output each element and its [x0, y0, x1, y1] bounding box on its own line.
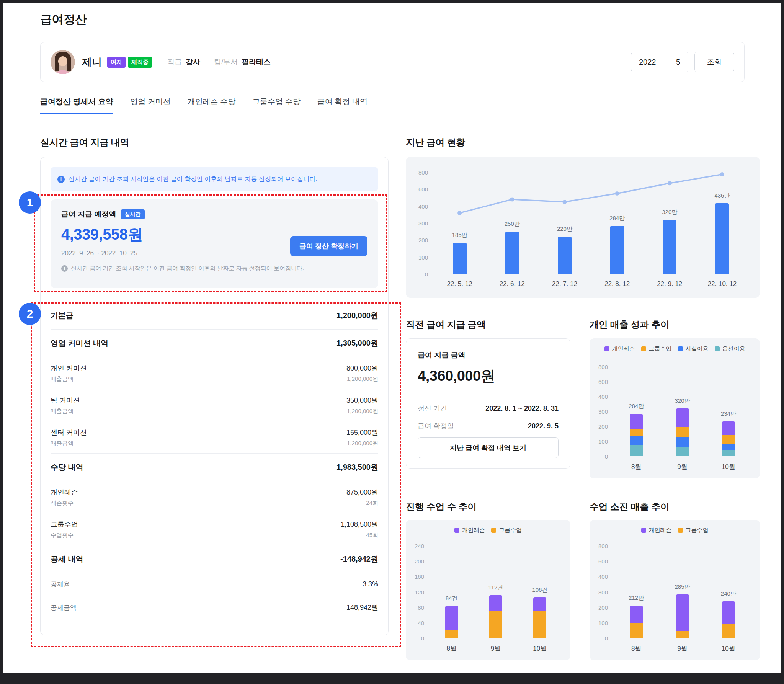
- bar-segment: [630, 429, 643, 436]
- row-value-group: 1,108,500원45회: [341, 520, 378, 539]
- page: 급여정산 제니 여자 재직중 직급 강사 팀/부서 필라테스: [0, 0, 784, 684]
- y-axis-label: 40: [406, 620, 424, 626]
- legend-swatch: [641, 346, 646, 351]
- legend-label: 개인레슨: [649, 527, 672, 534]
- x-axis-label: 10월: [702, 462, 755, 471]
- trend-line: [406, 157, 760, 298]
- legend-swatch: [604, 346, 609, 351]
- row-label: 센터 커미션: [51, 428, 87, 437]
- row-subvalue: 1,200,000원: [346, 440, 378, 447]
- legend-swatch: [454, 528, 459, 533]
- stacked-bar: [676, 594, 689, 638]
- row-value: 1,200,000원: [336, 310, 378, 321]
- bar-value-label: 234만: [702, 410, 755, 418]
- confirm-date-row: 급여 확정일 2022. 9. 5: [418, 421, 559, 431]
- pay-detail-list: 기본급1,200,000원영업 커미션 내역1,305,000원개인 커미션매출…: [51, 302, 378, 619]
- class-sales-chart-card: 개인레슨그룹수업 01002003004006008008월212만9월285만…: [590, 520, 760, 660]
- bar-segment: [722, 421, 735, 436]
- row-sublabel: 매출금액: [51, 375, 87, 383]
- y-axis-label: 400: [590, 573, 608, 580]
- bar-segment: [630, 606, 643, 623]
- legend-swatch: [678, 346, 683, 351]
- previous-amount: 4,360,000원: [418, 366, 559, 386]
- x-axis-label: 9월: [656, 462, 709, 471]
- profile-meta: 직급 강사 팀/부서 필라테스: [167, 57, 271, 67]
- stacked-bar: [722, 601, 735, 638]
- bar-value-label: 285만: [656, 583, 709, 591]
- row-subvalue: 1,200,000원: [346, 408, 378, 415]
- period-label: 정산 기간: [418, 404, 447, 413]
- row-label: 공제율: [51, 580, 70, 589]
- y-axis-label: 300: [590, 408, 608, 415]
- legend-item: 그룹수업: [491, 527, 522, 534]
- bar-value-label: 84건: [425, 595, 479, 602]
- banner-text: 실시간 급여 기간 조회 시작일은 이전 급여 확정일 이후의 날짜로 자동 설…: [69, 175, 317, 183]
- personal-sales-chart: 01002003004006008008월284만9월320만10월234만: [590, 338, 760, 478]
- tab-1[interactable]: 급여정산 명세서 요약: [40, 96, 113, 114]
- tab-2[interactable]: 영업 커미션: [130, 96, 171, 114]
- row-value-group: 350,000원1,200,000원: [346, 396, 378, 415]
- row-label: 기본급: [51, 310, 74, 321]
- pay-row-main: 공제 내역-148,942원: [51, 545, 378, 573]
- bar-segment: [676, 631, 689, 638]
- y-axis-label: 0: [590, 453, 608, 460]
- view-history-button[interactable]: 지난 급여 확정 내역 보기: [418, 437, 559, 458]
- stacked-bar: [722, 421, 735, 456]
- pay-row-subline: 공제율3.3%: [51, 573, 378, 596]
- y-axis-label: 240: [406, 543, 424, 549]
- legend-item: 개인레슨: [604, 345, 635, 353]
- section-title-past-salary: 지난 급여 현황: [406, 136, 465, 149]
- bar-value-label: 320만: [656, 397, 709, 405]
- row-label-group: 그룹수업수업횟수: [51, 520, 78, 539]
- date-picker[interactable]: 2022 5: [631, 52, 688, 72]
- search-button[interactable]: 조회: [694, 52, 734, 72]
- info-icon: i: [61, 265, 68, 272]
- estimate-note-text: 실시간 급여 기간 조회 시작일은 이전 급여 확정일 이후의 날짜로 자동 설…: [71, 265, 304, 272]
- year-value: 2022: [639, 58, 656, 67]
- row-sublabel: 매출금액: [51, 408, 80, 415]
- legend-label: 옵션이용: [722, 345, 745, 353]
- tab-3[interactable]: 개인레슨 수당: [188, 96, 236, 114]
- pay-row-sub: 팀 커미션매출금액350,000원1,200,000원: [51, 389, 378, 421]
- estimate-header: 급여 지급 예정액 실시간: [61, 209, 368, 219]
- section-title-previous-payment: 직전 급여 지급 금액: [406, 318, 486, 331]
- section-title-realtime: 실시간 급여 지급 내역: [40, 136, 129, 149]
- row-label: 공제금액: [51, 603, 77, 612]
- x-axis-label: 10월: [513, 644, 567, 653]
- bar-segment: [630, 414, 643, 429]
- bar-segment: [630, 436, 643, 444]
- pay-row-sub: 센터 커미션매출금액155,000원1,200,000원: [51, 421, 378, 454]
- section-title-class-count: 진행 수업 수 추이: [406, 501, 477, 513]
- confirm-settlement-button[interactable]: 급여 정산 확정하기: [290, 236, 368, 256]
- annotation-marker-1: 1: [19, 191, 41, 214]
- month-value: 5: [676, 58, 680, 67]
- bar-segment: [722, 435, 735, 444]
- info-icon: i: [57, 176, 65, 183]
- legend-swatch: [641, 528, 646, 533]
- y-axis-label: 800: [590, 364, 608, 370]
- avatar-image: [51, 50, 75, 74]
- previous-amount-label: 급여 지급 금액: [418, 350, 559, 360]
- annotation-marker-2: 2: [19, 303, 41, 325]
- tab-5[interactable]: 급여 확정 내역: [317, 96, 368, 114]
- y-axis-label: 800: [590, 543, 608, 549]
- team-label: 팀/부서: [214, 57, 238, 67]
- bar-segment: [676, 437, 689, 447]
- y-axis-label: 300: [590, 589, 608, 596]
- estimate-box: 급여 지급 예정액 실시간 4,339,558원 2022. 9. 26 ~ 2…: [51, 199, 378, 288]
- header-controls: 2022 5 조회: [631, 52, 734, 72]
- bar-value-label: 212만: [609, 594, 663, 602]
- x-axis-label: 8월: [609, 462, 663, 471]
- row-label: 개인레슨: [51, 488, 78, 497]
- bar-segment: [630, 623, 643, 638]
- row-subvalue: 1,200,000원: [346, 375, 378, 383]
- row-sublabel: 매출금액: [51, 440, 87, 447]
- bar-segment: [722, 601, 735, 624]
- row-value-group: 875,000원24회: [346, 488, 378, 507]
- info-banner: i 실시간 급여 기간 조회 시작일은 이전 급여 확정일 이후의 날짜로 자동…: [51, 167, 378, 191]
- bar-segment: [489, 595, 502, 611]
- bar-segment: [676, 427, 689, 437]
- tab-4[interactable]: 그룹수업 수당: [252, 96, 301, 114]
- profile-card: 제니 여자 재직중 직급 강사 팀/부서 필라테스 2022 5 조회: [40, 42, 745, 82]
- row-value: 1,983,500원: [336, 462, 378, 472]
